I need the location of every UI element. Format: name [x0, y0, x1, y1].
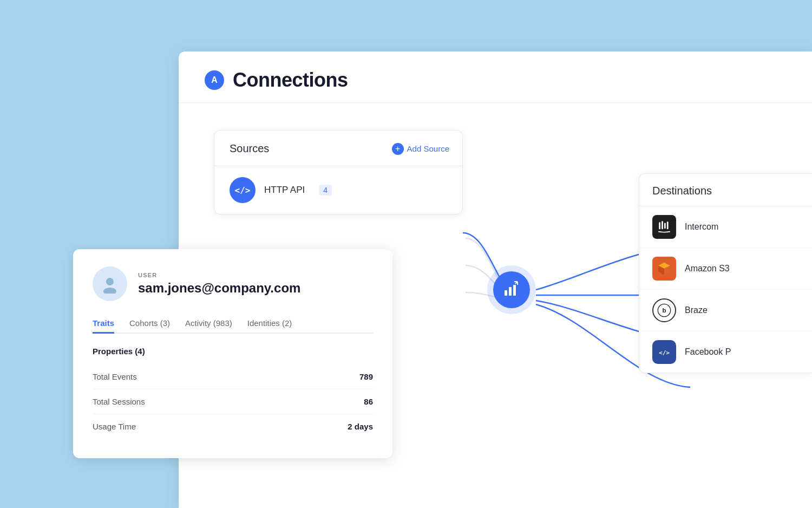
source-name: HTTP API [264, 185, 305, 196]
destination-amazon-s3[interactable]: Amazon S3 [639, 248, 812, 290]
destination-braze[interactable]: b Braze [639, 290, 812, 331]
svg-point-15 [106, 278, 114, 285]
destination-intercom-label: Intercom [685, 222, 718, 232]
svg-rect-14 [513, 285, 516, 296]
tab-activity[interactable]: Activity (983) [185, 314, 232, 334]
sources-header: Sources + Add Source [214, 131, 462, 166]
analytics-node[interactable] [487, 265, 536, 314]
braze-icon: b [652, 298, 676, 322]
destination-intercom[interactable]: Intercom [639, 206, 812, 248]
analytics-node-inner [493, 271, 530, 308]
user-role-label: USER [138, 272, 300, 278]
property-total-sessions-value: 86 [364, 397, 373, 406]
svg-rect-2 [664, 223, 666, 229]
sources-title: Sources [230, 142, 269, 155]
tab-traits[interactable]: Traits [93, 314, 114, 334]
source-item-http-api[interactable]: </> HTTP API 4 [214, 166, 462, 214]
property-total-events: Total Events 789 [93, 364, 373, 389]
svg-point-16 [103, 288, 116, 294]
tab-identities[interactable]: Identities (2) [247, 314, 292, 334]
destination-facebook-label: Facebook P [685, 347, 731, 357]
http-api-icon: </> [230, 177, 256, 203]
svg-text:</>: </> [659, 349, 670, 356]
add-source-button[interactable]: + Add Source [392, 143, 449, 155]
tab-cohorts[interactable]: Cohorts (3) [129, 314, 170, 334]
property-usage-time-value: 2 days [348, 422, 373, 431]
page-title: Connections [233, 69, 348, 92]
add-source-plus-icon: + [392, 143, 404, 155]
sources-card: Sources + Add Source </> HTTP API 4 [214, 130, 463, 214]
add-source-label: Add Source [407, 144, 449, 153]
property-usage-time: Usage Time 2 days [93, 414, 373, 439]
svg-rect-3 [667, 222, 669, 229]
app-logo: A [205, 70, 224, 90]
avatar [93, 266, 127, 301]
user-email: sam.jones@company.com [138, 281, 300, 296]
tabs-container: Traits Cohorts (3) Activity (983) Identi… [93, 314, 373, 334]
svg-rect-0 [659, 222, 660, 229]
properties-title: Properties (4) [93, 347, 373, 356]
destinations-header: Destinations [639, 174, 812, 206]
svg-text:b: b [662, 307, 666, 314]
svg-rect-13 [509, 287, 512, 296]
property-total-sessions-label: Total Sessions [93, 397, 145, 406]
svg-rect-12 [505, 290, 507, 296]
facebook-pixel-icon: </> [652, 340, 676, 364]
destination-braze-label: Braze [685, 305, 708, 315]
user-info: USER sam.jones@company.com [138, 272, 300, 296]
analytics-node-outer [487, 265, 536, 314]
destinations-card: Destinations Intercom Amazon S3 [639, 173, 812, 373]
destination-facebook[interactable]: </> Facebook P [639, 331, 812, 373]
property-total-events-value: 789 [359, 372, 373, 381]
property-total-events-label: Total Events [93, 372, 137, 381]
source-count: 4 [319, 185, 332, 196]
property-total-sessions: Total Sessions 86 [93, 389, 373, 414]
intercom-icon [652, 215, 676, 239]
user-card: USER sam.jones@company.com Traits Cohort… [73, 249, 392, 458]
user-card-header: USER sam.jones@company.com [93, 266, 373, 301]
svg-rect-1 [662, 221, 663, 229]
property-usage-time-label: Usage Time [93, 422, 136, 431]
destinations-title: Destinations [652, 185, 712, 197]
connections-header: A Connections [179, 51, 812, 103]
destination-amazon-s3-label: Amazon S3 [685, 264, 730, 273]
amazon-s3-icon [652, 257, 676, 281]
